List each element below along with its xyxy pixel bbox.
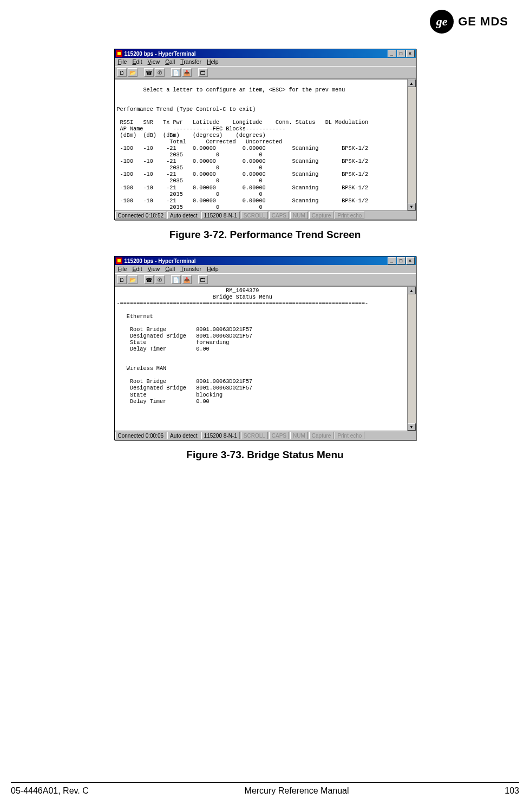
open-icon[interactable]: 📂	[128, 68, 138, 77]
status-echo: Print echo	[335, 432, 364, 439]
window-title: 115200 bps - HyperTerminal	[125, 51, 388, 57]
maximize-button[interactable]: □	[397, 50, 405, 57]
figure-caption-2: Figure 3-73. Bridge Status Menu	[186, 449, 343, 461]
app-icon	[116, 258, 122, 264]
toolbar: 🗋 📂 ☎ ✆ 📄 📥 🗔	[115, 66, 416, 79]
status-caps: CAPS	[269, 432, 289, 439]
minimize-button[interactable]: _	[388, 257, 396, 265]
menu-help[interactable]: Help	[207, 58, 219, 66]
disconnect-icon[interactable]: ✆	[155, 275, 165, 284]
window-title: 115200 bps - HyperTerminal	[125, 258, 388, 264]
figure-caption-1: Figure 3-72. Performance Trend Screen	[169, 229, 361, 241]
receive-icon[interactable]: 📥	[182, 68, 192, 77]
titlebar[interactable]: 115200 bps - HyperTerminal _ □ ×	[115, 49, 416, 58]
scroll-down-icon[interactable]: ▼	[408, 423, 416, 431]
menu-view[interactable]: View	[148, 266, 160, 273]
footer-right: 103	[505, 786, 519, 796]
statusbar: Connected 0:00:06 Auto detect 115200 8-N…	[115, 431, 416, 440]
status-detect: Auto detect	[167, 212, 200, 219]
menu-edit[interactable]: Edit	[132, 58, 142, 66]
vertical-scrollbar[interactable]: ▲ ▼	[407, 80, 416, 210]
footer-center: Mercury Reference Manual	[245, 786, 349, 796]
menubar[interactable]: File Edit View Call Transfer Help	[115, 265, 416, 273]
send-icon[interactable]: 📄	[171, 275, 181, 284]
status-caps: CAPS	[269, 212, 289, 219]
brand-header: ge GE MDS	[430, 10, 508, 34]
connect-icon[interactable]: ☎	[144, 275, 154, 284]
figure-3-73: 115200 bps - HyperTerminal _ □ × File Ed…	[22, 256, 508, 461]
statusbar: Connected 0:18:52 Auto detect 115200 8-N…	[115, 210, 416, 220]
menu-view[interactable]: View	[148, 58, 160, 66]
status-detect: Auto detect	[167, 432, 200, 439]
close-button[interactable]: ×	[406, 50, 415, 57]
new-icon[interactable]: 🗋	[117, 68, 127, 77]
status-conn: 115200 8-N-1	[201, 432, 240, 439]
receive-icon[interactable]: 📥	[182, 275, 192, 284]
scroll-up-icon[interactable]: ▲	[408, 80, 416, 87]
menu-transfer[interactable]: Transfer	[180, 266, 201, 273]
scroll-down-icon[interactable]: ▼	[408, 203, 416, 210]
menu-file[interactable]: File	[118, 266, 127, 273]
status-time: Connected 0:00:06	[115, 432, 167, 439]
menu-edit[interactable]: Edit	[132, 266, 142, 273]
hyperterminal-window-1: 115200 bps - HyperTerminal _ □ × File Ed…	[114, 49, 416, 220]
scroll-up-icon[interactable]: ▲	[408, 287, 416, 294]
menu-call[interactable]: Call	[165, 266, 175, 273]
open-icon[interactable]: 📂	[128, 275, 138, 284]
brand-name: GE MDS	[458, 15, 508, 29]
app-icon	[116, 50, 122, 57]
footer-left: 05-4446A01, Rev. C	[11, 786, 89, 796]
status-scroll: SCROLL	[241, 432, 268, 439]
page-footer: 05-4446A01, Rev. C Mercury Reference Man…	[11, 782, 519, 796]
vertical-scrollbar[interactable]: ▲ ▼	[407, 287, 416, 431]
terminal-output[interactable]: Select a letter to configure an item, <E…	[115, 80, 407, 210]
new-icon[interactable]: 🗋	[117, 275, 127, 284]
status-capture: Capture	[309, 212, 334, 219]
menu-file[interactable]: File	[118, 58, 127, 66]
connect-icon[interactable]: ☎	[144, 68, 154, 77]
menubar[interactable]: File Edit View Call Transfer Help	[115, 58, 416, 66]
toolbar: 🗋 📂 ☎ ✆ 📄 📥 🗔	[115, 273, 416, 286]
status-echo: Print echo	[335, 212, 364, 219]
menu-call[interactable]: Call	[165, 58, 175, 66]
send-icon[interactable]: 📄	[171, 68, 181, 77]
status-num: NUM	[290, 432, 308, 439]
maximize-button[interactable]: □	[397, 257, 405, 265]
status-num: NUM	[290, 212, 308, 219]
status-time: Connected 0:18:52	[115, 212, 167, 219]
minimize-button[interactable]: _	[388, 50, 396, 57]
properties-icon[interactable]: 🗔	[198, 68, 208, 77]
status-capture: Capture	[309, 432, 334, 439]
status-conn: 115200 8-N-1	[201, 212, 240, 219]
status-scroll: SCROLL	[241, 212, 268, 219]
close-button[interactable]: ×	[406, 257, 415, 265]
properties-icon[interactable]: 🗔	[198, 275, 208, 284]
figure-3-72: 115200 bps - HyperTerminal _ □ × File Ed…	[22, 49, 508, 241]
ge-logo-icon: ge	[430, 10, 454, 34]
titlebar[interactable]: 115200 bps - HyperTerminal _ □ ×	[115, 256, 416, 265]
menu-help[interactable]: Help	[207, 266, 219, 273]
hyperterminal-window-2: 115200 bps - HyperTerminal _ □ × File Ed…	[114, 256, 416, 440]
menu-transfer[interactable]: Transfer	[180, 58, 201, 66]
disconnect-icon[interactable]: ✆	[155, 68, 165, 77]
terminal-output[interactable]: RM_1694379 Bridge Status Menu -=========…	[115, 287, 407, 431]
